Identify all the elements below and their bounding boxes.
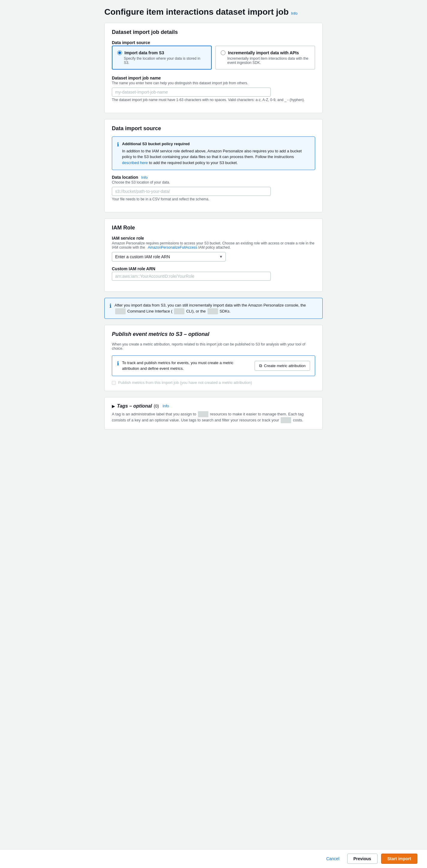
data-import-source-radio-group: Import data from S3 Specify the location… bbox=[112, 45, 315, 70]
import-from-api-option[interactable]: Incrementally import data with APIs Incr… bbox=[215, 45, 315, 70]
tags-info-link[interactable]: Info bbox=[163, 404, 169, 408]
page-title: Configure item interactions dataset impo… bbox=[104, 7, 289, 17]
publish-metrics-checkbox-label: Publish metrics from this import job (yo… bbox=[118, 380, 252, 385]
info-circle-icon-3: ℹ bbox=[117, 360, 119, 367]
import-api-radio[interactable] bbox=[221, 51, 226, 55]
incremental-import-info-text: After you import data from S3, you can s… bbox=[114, 302, 318, 314]
iam-role-section: IAM Role IAM service role Amazon Persona… bbox=[104, 218, 323, 292]
start-import-button[interactable]: Start import bbox=[381, 854, 418, 864]
custom-arn-input[interactable] bbox=[112, 272, 271, 281]
dataset-job-details-section: Dataset import job details Data import s… bbox=[104, 23, 323, 113]
iam-role-select-wrapper: Enter a custom IAM role ARN Create a new… bbox=[112, 252, 226, 261]
tags-title: Tags – optional bbox=[117, 403, 152, 409]
data-location-input[interactable] bbox=[112, 187, 271, 196]
import-api-label: Incrementally import data with APIs bbox=[228, 51, 299, 55]
publish-metrics-title: Publish event metrics to S3 – optional bbox=[112, 331, 315, 337]
page-info-link[interactable]: Info bbox=[291, 11, 298, 16]
create-metric-btn-label: Create metric attribution bbox=[264, 364, 305, 368]
tags-section: ▶ Tags – optional (0) Info A tag is an a… bbox=[104, 397, 323, 430]
job-name-hint: The dataset import job name must have 1-… bbox=[112, 98, 315, 102]
tags-toggle-icon[interactable]: ▶ bbox=[112, 404, 115, 408]
external-link-icon: ⧉ bbox=[259, 363, 262, 368]
iam-service-role-desc: Amazon Personalize requires permissions … bbox=[112, 241, 315, 250]
import-s3-desc: Specify the location where your data is … bbox=[124, 56, 206, 65]
custom-arn-label: Custom IAM role ARN bbox=[112, 266, 315, 271]
page-footer: Cancel Previous Start import bbox=[0, 849, 427, 868]
import-s3-label: Import data from S3 bbox=[125, 51, 164, 55]
blurred-cli-word: AWS bbox=[115, 308, 126, 314]
s3-policy-info-text: Additional S3 bucket policy required In … bbox=[122, 141, 310, 165]
data-import-source-section: Data import source ℹ Additional S3 bucke… bbox=[104, 119, 323, 212]
blurred-aws-word: AWS bbox=[198, 411, 208, 417]
info-circle-icon-2: ℹ bbox=[109, 303, 111, 309]
incremental-import-info-box: ℹ After you import data from S3, you can… bbox=[104, 298, 323, 319]
metric-box-text: To track and publish metrics for events,… bbox=[122, 360, 251, 372]
publish-metrics-desc: When you create a metric attribution, re… bbox=[112, 342, 315, 351]
tags-header: ▶ Tags – optional (0) Info bbox=[112, 403, 315, 409]
data-location-hint: Your file needs to be in a CSV format an… bbox=[112, 197, 315, 201]
job-name-input[interactable] bbox=[112, 88, 271, 97]
publish-metrics-checkbox[interactable] bbox=[112, 381, 116, 385]
data-location-label: Data location Info bbox=[112, 175, 315, 180]
dataset-job-details-title: Dataset import job details bbox=[112, 29, 315, 35]
cancel-button[interactable]: Cancel bbox=[322, 854, 343, 864]
blurred-aws-word-2: AWS bbox=[281, 417, 291, 423]
publish-metrics-section: Publish event metrics to S3 – optional W… bbox=[104, 325, 323, 391]
iam-role-select[interactable]: Enter a custom IAM role ARN Create a new… bbox=[112, 252, 226, 261]
data-location-desc: Choose the S3 location of your data. bbox=[112, 180, 315, 184]
job-name-label: Dataset import job name bbox=[112, 75, 315, 81]
blurred-sdk-word: AWS bbox=[207, 308, 218, 314]
s3-policy-alert-text2: to add the required bucket policy to you… bbox=[149, 160, 238, 165]
publish-metrics-checkbox-row: Publish metrics from this import job (yo… bbox=[112, 380, 315, 385]
data-location-info-link[interactable]: Info bbox=[141, 175, 148, 180]
metric-attribution-box: ℹ To track and publish metrics for event… bbox=[112, 355, 315, 376]
tags-desc: A tag is an administrative label that yo… bbox=[112, 411, 315, 423]
create-metric-attribution-button[interactable]: ⧉ Create metric attribution bbox=[255, 361, 310, 371]
previous-button[interactable]: Previous bbox=[347, 854, 377, 864]
s3-policy-described-here-link[interactable]: described here bbox=[122, 160, 148, 165]
tags-count: (0) bbox=[154, 404, 159, 408]
job-name-desc: The name you enter here can help you dis… bbox=[112, 81, 315, 85]
s3-policy-alert-title: Additional S3 bucket policy required bbox=[122, 141, 310, 147]
iam-service-role-label: IAM service role bbox=[112, 236, 315, 241]
import-from-s3-option[interactable]: Import data from S3 Specify the location… bbox=[112, 45, 212, 70]
info-circle-icon: ℹ bbox=[117, 141, 119, 148]
data-import-source-label: Data import source bbox=[112, 40, 315, 45]
s3-policy-alert-text1: In addition to the IAM service role defi… bbox=[122, 149, 302, 159]
data-import-source-title: Data import source bbox=[112, 125, 315, 132]
s3-policy-info-box: ℹ Additional S3 bucket policy required I… bbox=[112, 136, 315, 170]
import-api-desc: Incrementally import item interactions d… bbox=[227, 56, 310, 65]
personalize-full-access-link[interactable]: AmazonPersonalizeFullAccess bbox=[148, 245, 197, 250]
blurred-cli-abbrev: AWS bbox=[174, 308, 185, 314]
iam-role-title: IAM Role bbox=[112, 225, 315, 231]
import-s3-radio[interactable] bbox=[117, 51, 122, 55]
